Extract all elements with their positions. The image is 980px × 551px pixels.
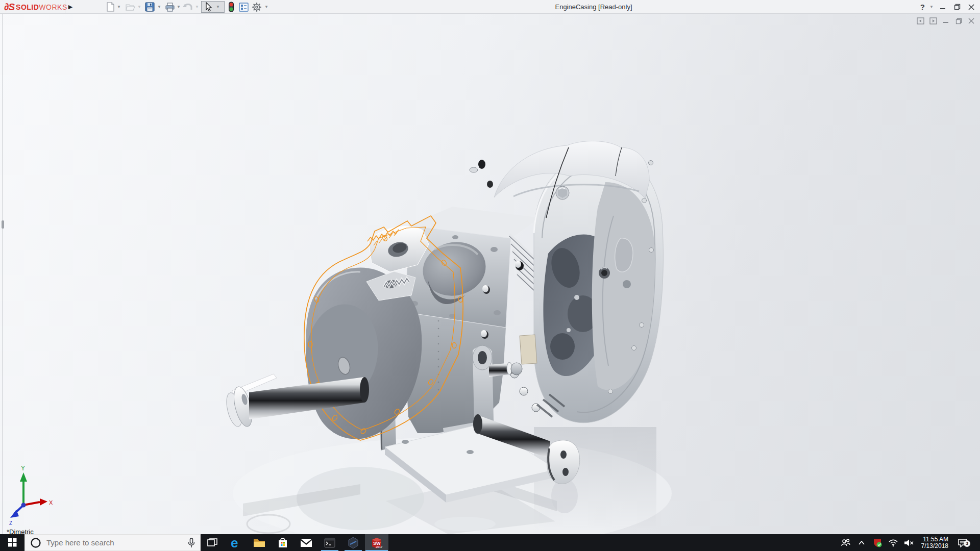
gear-icon (252, 2, 262, 12)
volume-muted-icon[interactable] (903, 539, 915, 547)
solidworks-2017-icon: SW 2017 (370, 536, 383, 549)
start-button[interactable] (0, 534, 24, 551)
svg-text:Z: Z (9, 520, 12, 526)
system-tray: 11:55 AM 7/13/2018 3 (840, 534, 980, 551)
mail-icon (300, 538, 312, 547)
undo-dropdown: ▼ (194, 5, 200, 10)
file-explorer-button[interactable] (248, 534, 271, 551)
cover-hex-bolt (556, 186, 569, 199)
solidworks-resource-monitor-icon[interactable] (872, 538, 883, 547)
hexagon-app-icon (347, 537, 359, 549)
open-folder-icon (126, 3, 136, 11)
show-hidden-icons-chevron[interactable] (856, 541, 867, 545)
select-cursor-icon (204, 2, 213, 12)
options-button[interactable] (251, 2, 262, 12)
clock-date: 7/13/2018 (921, 543, 948, 549)
new-document-button[interactable] (105, 2, 116, 12)
taskbar-search[interactable] (24, 534, 201, 551)
file-properties-button[interactable] (238, 2, 249, 12)
svg-text:Y: Y (21, 465, 25, 472)
edge-icon: e (230, 537, 242, 549)
view-orientation-label: *Dimetric (7, 528, 34, 534)
undo-icon (182, 3, 193, 12)
wifi-icon[interactable] (888, 539, 899, 547)
close-button[interactable] (966, 2, 977, 12)
print-dropdown[interactable]: ▼ (176, 5, 181, 10)
svg-text:e: e (231, 537, 238, 549)
new-document-icon (106, 2, 115, 12)
notification-badge: 3 (964, 540, 970, 547)
divider (65, 0, 65, 13)
close-icon (968, 4, 974, 10)
menu-flyout-arrow[interactable]: ▶ (66, 2, 75, 12)
people-icon[interactable] (840, 539, 851, 547)
restore-button[interactable] (951, 2, 963, 12)
file-properties-icon (239, 3, 249, 12)
clock-time: 11:55 AM (921, 536, 948, 543)
solidworks-logo: ∂S SOLID WORKS (4, 1, 67, 13)
new-document-dropdown[interactable]: ▼ (116, 5, 121, 10)
command-prompt-icon (324, 538, 335, 548)
edge-button[interactable]: e (224, 534, 248, 551)
minimize-icon (940, 4, 946, 10)
microphone-icon[interactable] (188, 538, 195, 548)
rebuild-button[interactable] (226, 2, 237, 12)
hub-bolt (599, 267, 610, 279)
store-button[interactable] (271, 534, 295, 551)
windows-taskbar: e (0, 534, 980, 551)
print-icon (165, 3, 175, 12)
lower-bolt-stack (510, 370, 540, 412)
save-button[interactable] (144, 2, 155, 12)
open-dropdown: ▼ (137, 5, 142, 10)
restore-icon (954, 4, 961, 10)
select-tool-active[interactable]: ▼ (201, 1, 225, 13)
open-button[interactable] (125, 2, 136, 12)
taskbar-clock[interactable]: 11:55 AM 7/13/2018 (919, 536, 950, 549)
task-view-button[interactable] (201, 534, 224, 551)
solidworks-logo-glyph: ∂S (4, 2, 14, 13)
cover-knob (478, 160, 485, 169)
document-title: EngineCasing [Read-only] (555, 3, 632, 11)
help-dropdown[interactable]: ▼ (929, 5, 934, 10)
search-input[interactable] (46, 538, 174, 547)
title-bar: ∂S SOLID WORKS ▶ ▼ ▼ ▼ (0, 0, 980, 14)
action-center-button[interactable]: 3 (955, 538, 970, 547)
spacer-plate (520, 335, 537, 364)
save-floppy-icon (145, 2, 155, 12)
save-dropdown[interactable]: ▼ (157, 5, 162, 10)
hexagon-app-button[interactable] (341, 534, 365, 551)
cortana-icon (30, 537, 41, 548)
undo-button (182, 2, 193, 12)
solidworks-2017-button[interactable]: SW 2017 (365, 534, 388, 551)
graphics-viewport[interactable]: Y X Z *Dimetric (0, 14, 980, 534)
svg-text:2017: 2017 (376, 545, 383, 548)
print-button[interactable] (164, 2, 176, 12)
windows-logo-icon (8, 538, 17, 547)
mail-button[interactable] (295, 534, 318, 551)
task-view-icon (207, 538, 217, 547)
store-icon (277, 537, 288, 548)
help-button[interactable]: ? (919, 3, 926, 11)
command-prompt-button[interactable] (318, 534, 341, 551)
rebuild-traffic-light-icon (228, 2, 234, 12)
svg-text:X: X (49, 499, 53, 506)
file-explorer-icon (253, 538, 265, 548)
engine-casing-model: Y X Z (3, 14, 980, 534)
options-dropdown[interactable]: ▼ (264, 5, 269, 10)
minimize-button[interactable] (937, 2, 948, 12)
select-dropdown[interactable]: ▼ (215, 5, 220, 10)
orientation-triad: Y X Z (9, 465, 53, 526)
